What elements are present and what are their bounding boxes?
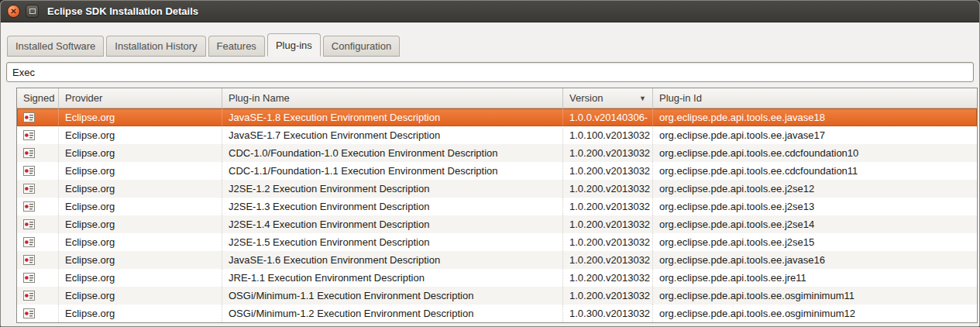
tab-installed-software[interactable]: Installed Software <box>7 36 104 57</box>
cell-version: 1.0.300.v2013032 <box>563 305 653 322</box>
cell-plugin-id: org.eclipse.pde.api.tools.ee.javase17 <box>653 126 977 144</box>
column-header-plugin-name[interactable]: Plug-in Name <box>222 88 563 108</box>
cell-version: 1.0.200.v2013032 <box>563 180 653 198</box>
cell-provider: Eclipse.org <box>59 287 222 305</box>
column-header-plugin-id[interactable]: Plug-in Id <box>653 88 977 108</box>
cell-version: 1.0.200.v2013032 <box>563 269 653 287</box>
cell-plugin-name: OSGi/Minimum-1.1 Execution Environment D… <box>222 287 563 305</box>
cell-plugin-name: J2SE-1.2 Execution Environment Descripti… <box>222 180 563 198</box>
signed-certificate-icon <box>23 166 35 176</box>
cell-version: 1.0.200.v2013032 <box>563 144 653 162</box>
cell-plugin-id: org.eclipse.pde.api.tools.ee.jre11 <box>653 269 977 287</box>
signed-certificate-icon <box>23 112 35 122</box>
maximize-icon <box>29 9 36 14</box>
maximize-button[interactable] <box>26 5 39 18</box>
cell-plugin-name: J2SE-1.5 Execution Environment Descripti… <box>222 233 563 251</box>
cell-plugin-id: org.eclipse.pde.api.tools.ee.j2se15 <box>653 233 977 251</box>
cell-plugin-name: CDC-1.0/Foundation-1.0 Execution Environ… <box>222 144 563 162</box>
table-row[interactable]: Eclipse.orgJavaSE-1.7 Execution Environm… <box>17 126 977 144</box>
cell-signed <box>17 144 59 162</box>
cell-plugin-id: org.eclipse.pde.api.tools.ee.cdcfoundati… <box>653 144 977 162</box>
cell-signed <box>17 162 59 180</box>
table-body: Eclipse.orgJavaSE-1.8 Execution Environm… <box>17 108 977 322</box>
signed-certificate-icon <box>23 201 35 212</box>
cell-version: 1.0.200.v2013032 <box>563 251 653 269</box>
filter-row <box>6 62 974 82</box>
filter-input[interactable] <box>6 62 974 82</box>
tab-plug-ins[interactable]: Plug-ins <box>267 33 321 57</box>
table-row[interactable]: Eclipse.orgCDC-1.0/Foundation-1.0 Execut… <box>17 144 977 162</box>
cell-provider: Eclipse.org <box>59 180 222 198</box>
cell-plugin-id: org.eclipse.pde.api.tools.ee.osgiminimum… <box>653 305 977 322</box>
cell-plugin-id: org.eclipse.pde.api.tools.ee.j2se13 <box>653 198 977 215</box>
table-row[interactable]: Eclipse.orgJavaSE-1.6 Execution Environm… <box>17 251 977 269</box>
cell-plugin-name: CDC-1.1/Foundation-1.1 Execution Environ… <box>222 162 563 180</box>
cell-signed <box>17 287 59 305</box>
cell-plugin-id: org.eclipse.pde.api.tools.ee.j2se14 <box>653 215 977 233</box>
cell-plugin-name: JavaSE-1.6 Execution Environment Descrip… <box>222 251 563 269</box>
signed-certificate-icon <box>23 130 35 140</box>
table-row[interactable]: Eclipse.orgOSGi/Minimum-1.1 Execution En… <box>17 287 977 305</box>
cell-signed <box>17 108 59 126</box>
cell-version: 1.0.200.v2013032 <box>563 215 653 233</box>
signed-certificate-icon <box>23 291 35 301</box>
table-row[interactable]: Eclipse.orgJ2SE-1.3 Execution Environmen… <box>17 198 977 215</box>
titlebar: ✕ Eclipse SDK Installation Details <box>1 1 979 22</box>
cell-signed <box>17 126 59 144</box>
column-header-version[interactable]: Version ▼ <box>563 88 653 108</box>
cell-provider: Eclipse.org <box>59 126 222 144</box>
column-label: Signed <box>23 92 54 104</box>
cell-version: 1.0.200.v2013032 <box>563 198 653 215</box>
cell-version: 1.0.100.v2013032 <box>563 126 653 144</box>
close-button[interactable]: ✕ <box>7 5 20 18</box>
cell-provider: Eclipse.org <box>59 144 222 162</box>
signed-certificate-icon <box>23 255 35 265</box>
cell-plugin-name: J2SE-1.3 Execution Environment Descripti… <box>222 198 563 215</box>
table-row[interactable]: Eclipse.orgJRE-1.1 Execution Environment… <box>17 269 977 287</box>
signed-certificate-icon <box>23 237 35 247</box>
table-row[interactable]: Eclipse.orgOSGi/Minimum-1.2 Execution En… <box>17 305 977 322</box>
table-row[interactable]: Eclipse.orgJ2SE-1.2 Execution Environmen… <box>17 180 977 198</box>
column-header-provider[interactable]: Provider <box>59 88 222 108</box>
tab-installation-history[interactable]: Installation History <box>106 36 205 57</box>
cell-plugin-id: org.eclipse.pde.api.tools.ee.javase16 <box>653 251 977 269</box>
signed-certificate-icon <box>23 184 35 194</box>
cell-plugin-id: org.eclipse.pde.api.tools.ee.cdcfoundati… <box>653 162 977 180</box>
table-row[interactable]: Eclipse.orgJ2SE-1.4 Execution Environmen… <box>17 215 977 233</box>
cell-version: 1.0.200.v2013032 <box>563 162 653 180</box>
column-header-signed[interactable]: Signed <box>17 88 59 108</box>
cell-signed <box>17 215 59 233</box>
table-row[interactable]: Eclipse.orgJ2SE-1.5 Execution Environmen… <box>17 233 977 251</box>
window-title: Eclipse SDK Installation Details <box>47 5 198 17</box>
signed-certificate-icon <box>23 308 35 318</box>
cell-provider: Eclipse.org <box>59 162 222 180</box>
cell-provider: Eclipse.org <box>59 215 222 233</box>
tab-features[interactable]: Features <box>208 36 265 57</box>
table-row[interactable]: Eclipse.orgJavaSE-1.8 Execution Environm… <box>17 108 977 126</box>
column-label: Plug-in Name <box>229 92 290 104</box>
cell-plugin-name: JRE-1.1 Execution Environment Descriptio… <box>222 269 563 287</box>
column-label: Provider <box>65 92 102 104</box>
column-label: Plug-in Id <box>659 92 702 104</box>
tab-configuration[interactable]: Configuration <box>323 36 400 57</box>
cell-provider: Eclipse.org <box>59 108 222 126</box>
cell-plugin-name: JavaSE-1.7 Execution Environment Descrip… <box>222 126 563 144</box>
tab-bar: Installed SoftwareInstallation HistoryFe… <box>7 36 973 57</box>
cell-plugin-name: JavaSE-1.8 Execution Environment Descrip… <box>222 108 563 126</box>
table-row[interactable]: Eclipse.orgCDC-1.1/Foundation-1.1 Execut… <box>17 162 977 180</box>
cell-provider: Eclipse.org <box>59 198 222 215</box>
cell-signed <box>17 269 59 287</box>
cell-version: 1.0.0.v20140306- <box>563 108 653 126</box>
cell-signed <box>17 198 59 215</box>
cell-provider: Eclipse.org <box>59 305 222 322</box>
cell-provider: Eclipse.org <box>59 269 222 287</box>
signed-certificate-icon <box>23 219 35 229</box>
sort-descending-icon: ▼ <box>639 95 646 102</box>
cell-version: 1.0.200.v2013032 <box>563 287 653 305</box>
cell-plugin-id: org.eclipse.pde.api.tools.ee.osgiminimum… <box>653 287 977 305</box>
cell-signed <box>17 305 59 322</box>
plugins-table: Signed Provider Plug-in Name Version ▼ P… <box>16 88 978 323</box>
column-label: Version <box>569 92 603 104</box>
signed-certificate-icon <box>23 273 35 283</box>
signed-certificate-icon <box>23 148 35 158</box>
